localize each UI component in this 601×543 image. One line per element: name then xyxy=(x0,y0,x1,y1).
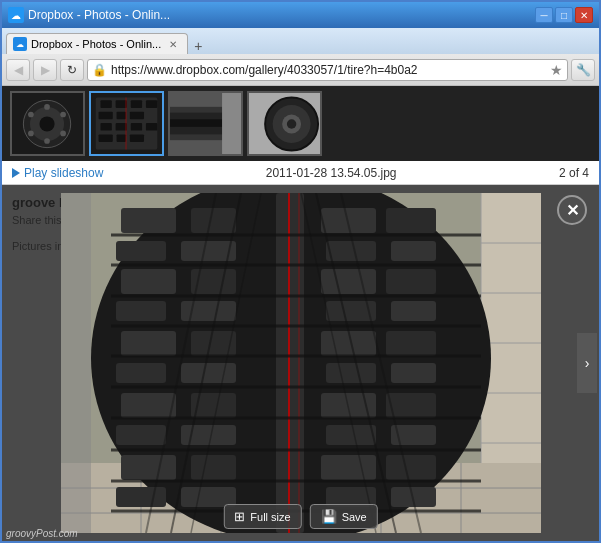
toolbar-row: Play slideshow 2011-01-28 13.54.05.jpg 2… xyxy=(2,161,599,185)
svg-rect-77 xyxy=(321,208,376,233)
svg-point-3 xyxy=(39,116,54,131)
close-lightbox-button[interactable]: ✕ xyxy=(557,195,587,225)
title-bar: ☁ Dropbox - Photos - Onlin... ─ □ ✕ xyxy=(2,2,599,28)
tab-close-button[interactable]: ✕ xyxy=(169,39,177,50)
svg-point-9 xyxy=(60,131,66,137)
svg-rect-21 xyxy=(131,123,142,131)
svg-rect-93 xyxy=(321,455,376,480)
main-image xyxy=(61,193,541,533)
svg-rect-57 xyxy=(121,208,176,233)
svg-rect-18 xyxy=(130,112,144,120)
maximize-button[interactable]: □ xyxy=(555,7,573,23)
window-controls: ─ □ ✕ xyxy=(535,7,593,23)
svg-point-4 xyxy=(44,104,50,110)
browser-tab[interactable]: ☁ Dropbox - Photos - Onlin... ✕ xyxy=(6,33,188,54)
lightbox-overlay: ✕ xyxy=(2,185,599,541)
svg-rect-73 xyxy=(121,455,176,480)
svg-rect-79 xyxy=(326,241,376,261)
browser-window: ☁ Dropbox - Photos - Onlin... ─ □ ✕ ☁ Dr… xyxy=(0,0,601,543)
svg-rect-54 xyxy=(61,193,91,533)
filename-text: 2011-01-28 13.54.05.jpg xyxy=(266,166,397,180)
forward-button[interactable]: ▶ xyxy=(33,59,57,81)
image-area: groove De Share this g Pictures in ✕ xyxy=(2,185,599,541)
play-icon xyxy=(12,168,20,178)
thumbnail-2[interactable] xyxy=(89,91,164,156)
svg-rect-68 xyxy=(181,363,236,383)
page-content: Play slideshow 2011-01-28 13.54.05.jpg 2… xyxy=(2,86,599,541)
browser-favicon: ☁ xyxy=(8,7,24,23)
svg-rect-88 xyxy=(391,363,436,383)
svg-rect-78 xyxy=(386,208,436,233)
svg-rect-19 xyxy=(100,123,111,131)
svg-point-7 xyxy=(60,112,66,118)
filename-display: 2011-01-28 13.54.05.jpg xyxy=(103,166,559,180)
watermark: groovyPost.com xyxy=(6,528,78,539)
svg-rect-65 xyxy=(121,331,176,356)
security-lock-icon: 🔒 xyxy=(92,63,107,77)
svg-rect-69 xyxy=(121,393,176,418)
svg-rect-12 xyxy=(100,100,111,108)
svg-rect-61 xyxy=(121,269,176,294)
thumbnail-1[interactable] xyxy=(10,91,85,156)
svg-rect-20 xyxy=(116,123,127,131)
svg-rect-47 xyxy=(481,193,541,463)
svg-rect-58 xyxy=(191,208,236,233)
tab-bar: ☁ Dropbox - Photos - Onlin... ✕ + xyxy=(2,28,599,54)
save-label: Save xyxy=(342,511,367,523)
svg-rect-71 xyxy=(116,425,166,445)
thumbnail-3[interactable] xyxy=(168,91,243,156)
svg-rect-59 xyxy=(116,241,166,261)
tab-favicon: ☁ xyxy=(13,37,27,51)
svg-rect-84 xyxy=(391,301,436,321)
svg-rect-91 xyxy=(326,425,376,445)
svg-rect-13 xyxy=(116,100,127,108)
close-button[interactable]: ✕ xyxy=(575,7,593,23)
svg-rect-23 xyxy=(99,134,113,142)
next-image-button[interactable]: › xyxy=(577,333,597,393)
svg-rect-94 xyxy=(386,455,436,480)
new-tab-button[interactable]: + xyxy=(190,38,206,54)
address-bar-row: ◀ ▶ ↻ 🔒 https://www.dropbox.com/gallery/… xyxy=(2,54,599,86)
save-icon: 💾 xyxy=(321,509,337,524)
thumbnail-4[interactable] xyxy=(247,91,322,156)
svg-rect-15 xyxy=(146,100,157,108)
address-bar[interactable]: 🔒 https://www.dropbox.com/gallery/403305… xyxy=(87,59,568,81)
svg-rect-82 xyxy=(386,269,436,294)
wrench-menu-button[interactable]: 🔧 xyxy=(571,59,595,81)
svg-point-8 xyxy=(28,131,34,137)
svg-rect-63 xyxy=(116,301,166,321)
save-button[interactable]: 💾 Save xyxy=(310,504,378,529)
svg-point-5 xyxy=(44,138,50,144)
svg-rect-75 xyxy=(116,487,166,507)
minimize-button[interactable]: ─ xyxy=(535,7,553,23)
svg-point-6 xyxy=(28,112,34,118)
svg-rect-87 xyxy=(326,363,376,383)
svg-rect-17 xyxy=(117,112,126,120)
svg-rect-22 xyxy=(146,123,157,131)
window-title: Dropbox - Photos - Onlin... xyxy=(28,8,531,22)
play-slideshow-button[interactable]: Play slideshow xyxy=(12,166,103,180)
svg-rect-24 xyxy=(117,134,126,142)
svg-point-37 xyxy=(287,119,296,128)
play-slideshow-label: Play slideshow xyxy=(24,166,103,180)
action-bar: ⊞ Full size 💾 Save xyxy=(223,504,377,529)
tab-title: Dropbox - Photos - Onlin... xyxy=(31,38,161,50)
refresh-button[interactable]: ↻ xyxy=(60,59,84,81)
svg-rect-32 xyxy=(222,93,241,155)
full-size-button[interactable]: ⊞ Full size xyxy=(223,504,301,529)
svg-rect-14 xyxy=(131,100,142,108)
svg-rect-80 xyxy=(391,241,436,261)
full-size-label: Full size xyxy=(250,511,290,523)
page-count-display: 2 of 4 xyxy=(559,166,589,180)
svg-rect-16 xyxy=(99,112,113,120)
url-text: https://www.dropbox.com/gallery/4033057/… xyxy=(111,63,546,77)
svg-rect-67 xyxy=(116,363,166,383)
svg-rect-25 xyxy=(130,134,144,142)
svg-rect-86 xyxy=(386,331,436,356)
svg-rect-74 xyxy=(191,455,236,480)
current-page: 2 xyxy=(559,166,566,180)
full-size-icon: ⊞ xyxy=(234,509,245,524)
back-button[interactable]: ◀ xyxy=(6,59,30,81)
bookmark-star-icon[interactable]: ★ xyxy=(550,62,563,78)
of-label: of 4 xyxy=(569,166,589,180)
